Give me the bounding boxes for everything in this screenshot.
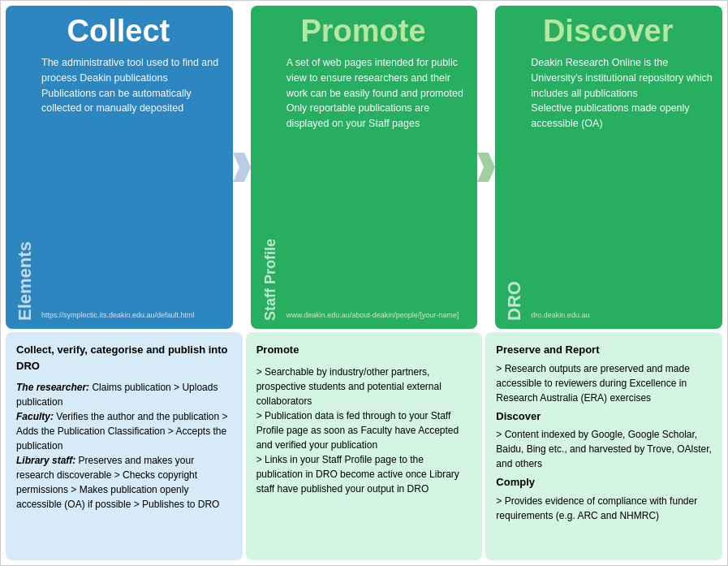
collect-body2: Publications can be automatically collec… — [41, 86, 223, 117]
arrow2 — [477, 6, 495, 329]
promote-bottom-card: Promote > Searchable by industry/other p… — [246, 332, 483, 560]
promote-url: www.deakin.edu.au/about-deakin/people/[y… — [286, 305, 468, 322]
discover-url: dro.deakin.edu.au — [531, 305, 713, 322]
discover-body1: Deakin Research Online is the University… — [531, 55, 713, 101]
preserve-report-title: Preserve and Report — [496, 342, 712, 358]
comply-title: Comply — [496, 474, 712, 490]
svg-marker-1 — [477, 153, 495, 182]
elements-vertical-label: Elements — [14, 55, 37, 321]
collect-header: Collect — [14, 14, 223, 49]
staffprofile-vertical-label: Staff Profile — [259, 55, 282, 321]
collect-faculty-line: Faculty: Verifies the author and the pub… — [16, 409, 232, 453]
discover-bottom-card: Preserve and Report > Research outputs a… — [485, 332, 722, 560]
collect-url: https://symplectic.its.deakin.edu.au/def… — [41, 305, 223, 322]
collect-bottom-title: Collect, verify, categorise and publish … — [16, 342, 232, 374]
discover-header: Discover — [503, 14, 713, 49]
main-container: Collect Elements The administrative tool… — [0, 0, 728, 566]
promote-body2: Only reportable publications are display… — [286, 101, 468, 132]
collect-body1: The administrative tool used to find and… — [41, 55, 223, 86]
promote-line3: > Links in your Staff Profile page to th… — [256, 452, 472, 496]
promote-header: Promote — [259, 14, 468, 49]
collect-bottom-card: Collect, verify, categorise and publish … — [6, 332, 243, 560]
arrow1 — [233, 6, 251, 329]
svg-marker-0 — [233, 153, 251, 182]
promote-body1: A set of web pages intended for public v… — [286, 55, 468, 101]
discover-sub-text: > Content indexed by Google, Google Scho… — [496, 427, 712, 471]
promote-card: Promote Staff Profile A set of web pages… — [251, 6, 478, 329]
dro-vertical-label: DRO — [503, 55, 526, 321]
bottom-row: Collect, verify, categorise and publish … — [1, 332, 727, 565]
comply-text: > Provides evidence of compliance with f… — [496, 494, 712, 523]
collect-researcher-line: The researcher: Claims publication > Upl… — [16, 380, 232, 409]
promote-line2: > Publication data is fed through to you… — [256, 408, 472, 452]
discover-card: Discover DRO Deakin Research Online is t… — [495, 6, 722, 329]
collect-library-line: Library staff: Preserves and makes your … — [16, 453, 232, 512]
promote-bottom-title: Promote — [256, 342, 472, 358]
discover-sub-title: Discover — [496, 408, 712, 425]
preserve-report-text: > Research outputs are preserved and mad… — [496, 361, 712, 405]
discover-body2: Selective publications made openly acces… — [531, 101, 713, 132]
promote-line1: > Searchable by industry/other partners,… — [256, 365, 472, 408]
collect-card: Collect Elements The administrative tool… — [6, 6, 233, 329]
